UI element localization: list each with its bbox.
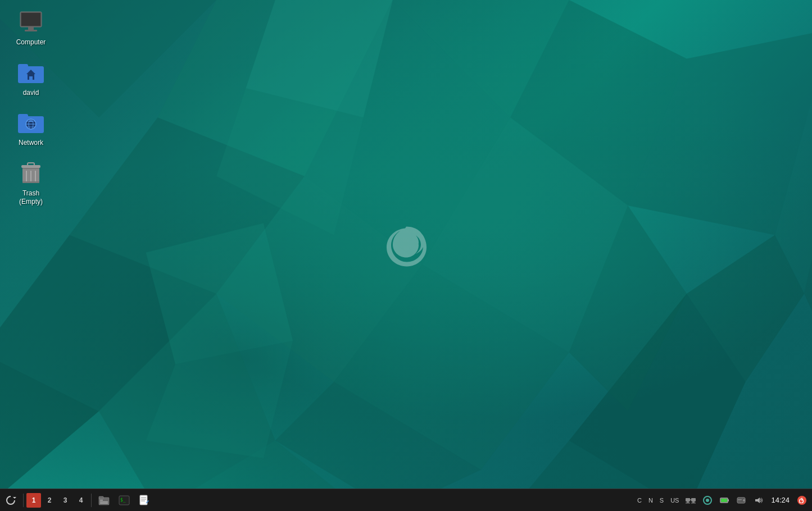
svg-rect-31 <box>18 66 28 69</box>
svg-rect-34 <box>29 76 33 80</box>
svg-point-78 <box>743 499 745 501</box>
desktop-icon-computer[interactable]: Computer <box>6 6 56 51</box>
workspace-1-button[interactable]: 1 <box>26 493 41 508</box>
svg-rect-61 <box>140 495 147 505</box>
keyboard-c-indicator[interactable]: C <box>635 492 644 509</box>
volume-icon[interactable] <box>751 492 765 509</box>
home-folder-icon <box>17 60 44 86</box>
computer-icon <box>17 9 44 36</box>
taskbar-left: 1 2 3 4 $_ <box>0 491 154 510</box>
svg-marker-52 <box>13 497 16 499</box>
keyboard-n-indicator[interactable]: N <box>646 492 655 509</box>
svg-rect-51 <box>28 163 34 166</box>
terminal-button[interactable]: $_ <box>115 491 134 510</box>
taskbar: 1 2 3 4 $_ <box>0 489 812 511</box>
svg-point-73 <box>706 499 709 502</box>
svg-rect-26 <box>21 13 40 26</box>
svg-rect-49 <box>22 181 39 183</box>
workspace-3-button[interactable]: 3 <box>58 493 72 508</box>
svg-rect-56 <box>100 500 103 501</box>
workspace-4-button[interactable]: 4 <box>74 493 88 508</box>
taskbar-sep-2 <box>91 494 92 507</box>
network-status-icon[interactable] <box>683 492 698 509</box>
app-menu-button[interactable] <box>1 491 20 510</box>
svg-rect-28 <box>25 30 37 31</box>
power-button[interactable] <box>795 492 809 509</box>
power-icon <box>797 496 806 505</box>
svg-rect-55 <box>99 496 103 499</box>
svg-rect-27 <box>28 27 34 30</box>
debian-swirl-logo <box>384 224 429 277</box>
svg-rect-65 <box>686 498 690 501</box>
svg-rect-69 <box>692 501 695 503</box>
text-editor-button[interactable] <box>135 491 154 510</box>
svg-text:$_: $_ <box>120 498 126 503</box>
keyboard-us-indicator[interactable]: US <box>668 492 681 509</box>
svg-rect-80 <box>738 500 741 501</box>
computer-icon-label: Computer <box>16 38 46 47</box>
network-folder-icon <box>17 110 44 136</box>
network-manager-icon[interactable] <box>700 492 715 509</box>
svg-rect-71 <box>691 503 696 504</box>
taskbar-right: C N S US <box>635 492 812 509</box>
svg-rect-68 <box>687 501 689 503</box>
workspace-2-button[interactable]: 2 <box>42 493 57 508</box>
file-manager-button[interactable] <box>94 491 114 510</box>
svg-rect-70 <box>686 503 690 504</box>
svg-rect-57 <box>100 501 108 503</box>
keyboard-s-indicator[interactable]: S <box>657 492 666 509</box>
trash-icon <box>17 160 44 187</box>
svg-rect-66 <box>691 498 696 501</box>
trash-icon-label: Trash (Empty) <box>19 189 43 207</box>
david-icon-label: david <box>23 89 39 98</box>
svg-rect-58 <box>100 503 108 504</box>
svg-rect-75 <box>728 499 729 501</box>
battery-icon[interactable] <box>717 492 732 509</box>
drive-icon[interactable] <box>734 492 749 509</box>
taskbar-sep-1 <box>23 494 24 507</box>
desktop-icon-network[interactable]: Network <box>6 106 56 151</box>
svg-rect-79 <box>738 499 742 500</box>
svg-rect-37 <box>18 116 28 118</box>
network-icon-label: Network <box>19 139 43 148</box>
svg-rect-76 <box>721 499 727 502</box>
svg-marker-81 <box>755 498 760 503</box>
system-clock[interactable]: 14:24 <box>768 492 793 509</box>
desktop-icons-area: Computer david <box>6 6 56 210</box>
desktop-icon-trash[interactable]: Trash (Empty) <box>6 157 56 210</box>
desktop-icon-david[interactable]: david <box>6 56 56 101</box>
